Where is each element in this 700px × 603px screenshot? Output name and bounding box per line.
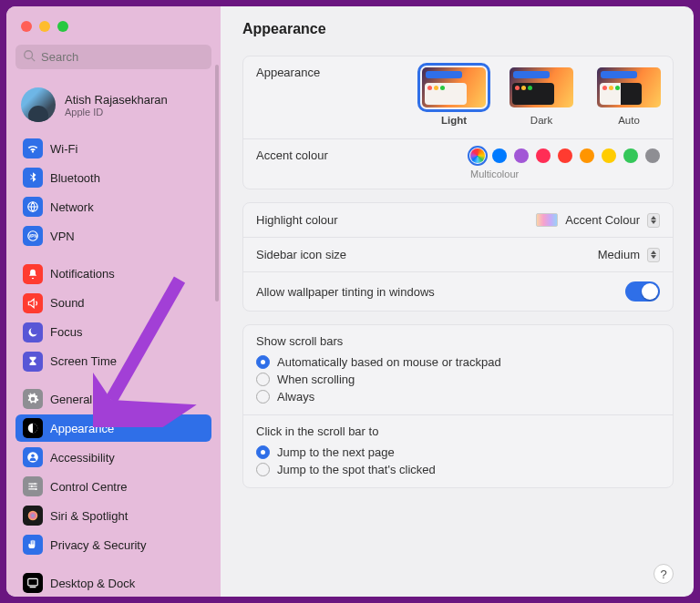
sidebar-item-label: General [50, 393, 92, 406]
speaker-icon [23, 293, 43, 313]
sidebar-item-siri-spotlight[interactable]: Siri & Spotlight [15, 502, 211, 529]
accent-swatch[interactable] [645, 148, 660, 163]
radio-icon [256, 390, 270, 404]
sidebar-item-accessibility[interactable]: Accessibility [15, 444, 211, 471]
radio-icon [256, 355, 270, 369]
main-pane: Appearance Appearance Light Dark Au [221, 6, 694, 597]
bell-icon [23, 264, 43, 284]
svg-rect-12 [28, 578, 38, 586]
sidebar-item-network[interactable]: Network [15, 193, 211, 220]
tinting-toggle[interactable] [625, 281, 660, 302]
fullscreen-button[interactable] [57, 21, 68, 32]
sidebar-scrollbar[interactable] [215, 65, 219, 302]
svg-line-1 [32, 57, 36, 61]
radio-label: When scrolling [277, 373, 355, 386]
sidebar-item-sound[interactable]: Sound [15, 290, 211, 317]
appearance-panel: Appearance Light Dark Auto [242, 56, 674, 189]
highlight-select[interactable]: Accent Colour [536, 212, 660, 228]
svg-point-0 [25, 50, 33, 58]
sidebar-item-general[interactable]: General [15, 385, 211, 413]
scroll-panel: Show scroll bars Automatically based on … [242, 324, 674, 488]
accent-swatch[interactable] [558, 148, 572, 163]
accent-swatch[interactable] [536, 148, 551, 163]
sidebar-item-label: Siri & Spotlight [50, 509, 128, 523]
sidebar-item-label: Desktop & Dock [50, 577, 135, 590]
sidebar-item-wi-fi[interactable]: Wi-Fi [15, 135, 211, 162]
apple-id-row[interactable]: Atish Rajasekharan Apple ID [15, 84, 211, 135]
search-icon [23, 49, 41, 66]
contrast-icon [23, 418, 43, 438]
radio-icon [256, 373, 270, 386]
user-sub: Apple ID [65, 107, 168, 118]
sidebar-item-label: Wi-Fi [50, 142, 77, 156]
sidebar-item-screen-time[interactable]: Screen Time [15, 348, 211, 375]
sidebar-item-label: Privacy & Security [50, 538, 146, 552]
sidebar-item-label: VPN [50, 230, 75, 243]
sidebar-item-privacy-security[interactable]: Privacy & Security [15, 531, 211, 558]
icon-size-select[interactable]: Medium [594, 247, 660, 262]
close-button[interactable] [21, 21, 32, 32]
sidebar-item-label: Sound [50, 296, 85, 310]
appearance-option-light[interactable]: Light [420, 66, 488, 126]
radio-option[interactable]: Automatically based on mouse or trackpad [256, 353, 660, 371]
scrollbars-label: Show scroll bars [256, 334, 660, 348]
sidebar-nav: Wi-FiBluetoothNetworkVPNVPNNotifications… [15, 135, 211, 597]
accent-swatch[interactable] [470, 148, 485, 163]
hand-icon [23, 535, 43, 555]
radio-label: Jump to the next page [277, 445, 395, 459]
highlight-swatch-icon [536, 213, 558, 227]
svg-rect-13 [30, 587, 36, 588]
minimize-button[interactable] [39, 21, 50, 32]
sidebar-item-label: Accessibility [50, 451, 115, 465]
vpn-icon: VPN [23, 226, 43, 246]
svg-point-9 [31, 485, 33, 487]
sidebar-item-bluetooth[interactable]: Bluetooth [15, 164, 211, 191]
radio-option[interactable]: When scrolling [256, 371, 660, 388]
dock-icon [23, 573, 43, 593]
radio-option[interactable]: Jump to the next page [256, 444, 660, 461]
appearance-label: Appearance [256, 66, 420, 79]
accent-swatch[interactable] [580, 148, 594, 163]
sidebar-item-label: Bluetooth [50, 171, 100, 185]
person-icon [23, 447, 43, 467]
sidebar-item-label: Screen Time [50, 354, 117, 368]
scrollclick-label: Click in the scroll bar to [256, 424, 660, 438]
sidebar-item-desktop-dock[interactable]: Desktop & Dock [15, 569, 211, 597]
moon-icon [23, 322, 43, 342]
sidebar-item-vpn[interactable]: VPNVPN [15, 222, 211, 250]
appearance-option-dark[interactable]: Dark [508, 66, 575, 126]
accent-swatch[interactable] [602, 148, 616, 163]
search-field[interactable] [15, 45, 211, 69]
radio-option[interactable]: Jump to the spot that's clicked [256, 461, 660, 478]
sidebar-item-notifications[interactable]: Notifications [15, 261, 211, 288]
chevron-updown-icon [647, 213, 660, 228]
radio-label: Jump to the spot that's clicked [277, 463, 436, 476]
svg-text:VPN: VPN [28, 235, 37, 240]
svg-point-11 [28, 511, 38, 521]
gear-icon [23, 389, 43, 409]
radio-icon [256, 463, 270, 476]
appearance-option-auto[interactable]: Auto [595, 66, 663, 126]
sidebar: Atish Rajasekharan Apple ID Wi-FiBluetoo… [6, 6, 221, 597]
bluetooth-icon [23, 168, 43, 188]
radio-label: Automatically based on mouse or trackpad [277, 355, 501, 369]
avatar [21, 87, 56, 122]
page-title: Appearance [242, 21, 674, 37]
globe-icon [23, 197, 43, 217]
chevron-updown-icon [647, 248, 660, 262]
system-settings-window: Atish Rajasekharan Apple ID Wi-FiBluetoo… [6, 6, 694, 597]
appearance-thumbs: Light Dark Auto [420, 66, 663, 126]
help-button[interactable]: ? [654, 564, 674, 584]
sidebar-item-control-centre[interactable]: Control Centre [15, 473, 211, 500]
accent-label: Accent colour [256, 148, 420, 162]
accent-swatch[interactable] [514, 148, 529, 163]
search-input[interactable] [41, 50, 204, 64]
sidebar-item-appearance[interactable]: Appearance [15, 414, 211, 442]
svg-point-8 [34, 483, 36, 485]
accent-swatch[interactable] [492, 148, 507, 163]
svg-point-7 [31, 455, 35, 458]
sidebar-item-label: Network [50, 200, 94, 214]
radio-option[interactable]: Always [256, 388, 660, 405]
sidebar-item-focus[interactable]: Focus [15, 319, 211, 346]
accent-swatch[interactable] [623, 148, 638, 163]
